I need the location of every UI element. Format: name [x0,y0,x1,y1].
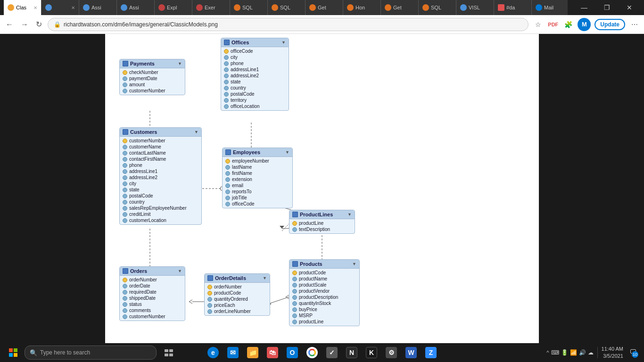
extensions-icon[interactable]: 🧩 [562,19,574,30]
field-email: email [223,182,292,189]
field-shippedDate: shippedDate [120,295,185,301]
field-icon [123,290,127,295]
tab-expl[interactable]: Expl [155,0,192,15]
tab-hon[interactable]: Hon [343,0,381,15]
field-officeLocation: officeLocation [221,103,289,109]
field-icon [224,98,229,103]
search-bar[interactable]: 🔍 Type here to search [25,346,157,360]
taskbar-mail[interactable]: ✉ [223,343,242,362]
field-icon [224,104,229,109]
tab-exer[interactable]: Exer [192,0,230,15]
refresh-btn[interactable]: ↻ [34,18,44,31]
taskbar-k[interactable]: K [362,343,381,362]
profile-icon[interactable]: M [578,18,591,31]
tab-close[interactable]: ✕ [33,5,37,10]
tab-mail[interactable]: Mail [532,0,568,15]
tab-get1[interactable]: Get [305,0,343,15]
orders-table: Orders ▼ orderNumber orderDate requiredD… [119,266,185,321]
field-status: status [120,301,185,307]
tab-sql3[interactable]: SQL [419,0,456,15]
back-btn[interactable]: ← [4,18,15,31]
minimize-btn[interactable]: — [573,0,595,15]
start-button[interactable] [4,343,23,362]
customers-dropdown[interactable]: ▼ [194,130,198,134]
svg-line-23 [286,297,289,299]
tab-visl[interactable]: VISL [456,0,494,15]
tab-clas[interactable]: Clas ✕ [4,0,41,15]
tab-assi1[interactable]: Assi [79,0,117,15]
windows-logo [9,348,17,357]
orders-body: orderNumber orderDate requiredDate shipp… [120,276,185,321]
field-icon [123,82,127,87]
field-icon [225,165,230,170]
bookmark-icon[interactable]: ☆ [532,19,544,30]
taskbar-outlook[interactable]: O [283,343,302,362]
tab-sql1[interactable]: SQL [230,0,268,15]
orderdetails-title: OrderDetails [215,275,246,281]
field-country: country [221,85,289,91]
field-icon [123,181,127,186]
employees-dropdown[interactable]: ▼ [285,150,289,155]
field-city: city [120,181,201,187]
products-table: Products ▼ productCode productName produ… [289,259,360,326]
window-controls: — ❐ ✕ [573,0,640,15]
field-icon [123,89,127,93]
orders-dropdown[interactable]: ▼ [178,269,182,273]
tab-assi2[interactable]: Assi [117,0,155,15]
taskview-btn[interactable] [160,343,179,362]
products-dropdown[interactable]: ▼ [352,262,356,266]
close-btn[interactable]: ✕ [619,0,640,15]
svg-line-22 [286,295,289,297]
taskbar-store[interactable]: 🛍 [263,343,282,362]
taskbar-edge[interactable]: e [204,343,223,362]
field-icon [123,76,127,81]
tab-2[interactable]: ✕ [41,0,79,15]
pk-icon [207,285,212,289]
tab-da[interactable]: #da [494,0,532,15]
time: 11:40 AM [602,346,623,353]
taskbar-zoom[interactable]: Z [421,343,440,362]
field-icon [292,307,297,312]
pk-icon [225,159,230,164]
clock[interactable]: 11:40 AM 3/5/2021 [602,346,623,360]
taskbar-files[interactable]: 📁 [243,343,262,362]
offices-dropdown[interactable]: ▼ [281,40,286,45]
offices-header: Offices ▼ [221,38,289,47]
forward-btn[interactable]: → [19,18,30,31]
field-postalCode: postalCode [120,193,201,199]
taskbar-settings[interactable]: ⚙ [382,343,401,362]
field-contactLastName: contactLastName [120,150,201,156]
url-box[interactable]: 🔒 richardtwatson.com/dm6e/images/general… [48,18,528,31]
search-icon: 🔍 [30,349,37,356]
taskbar-vpn[interactable]: N [342,343,361,362]
taskbar-word[interactable]: W [402,343,421,362]
maximize-btn[interactable]: ❐ [596,0,618,15]
taskbar-tasks[interactable]: ✓ [322,343,341,362]
field-requiredDate: requiredDate [120,289,185,295]
field-icon [292,289,297,294]
field-productCode-pk: productCode [289,270,359,276]
field-icon [123,308,127,313]
date: 3/5/2021 [602,353,623,360]
tab-sql2[interactable]: SQL [268,0,305,15]
chevron-icon[interactable]: ^ [546,350,549,355]
settings-menu-icon[interactable]: ⋯ [629,19,640,30]
address-bar: ← → ↻ 🔒 richardtwatson.com/dm6e/images/g… [0,15,644,34]
payments-dropdown[interactable]: ▼ [178,61,182,66]
tab-get2[interactable]: Get [381,0,419,15]
update-button[interactable]: Update [594,19,625,30]
taskbar-chrome[interactable] [303,343,322,362]
notification-btn[interactable]: 🗨 10 [626,346,640,360]
productlines-dropdown[interactable]: ▼ [347,212,352,217]
tab-close-2[interactable]: ✕ [71,5,75,10]
field-icon [123,188,127,192]
field-city: city [221,54,289,60]
field-productScale: productScale [289,282,359,288]
field-amount: amount [120,82,185,88]
field-orderNumber-fk: orderNumber [205,284,270,290]
pk-icon [123,278,127,282]
orderdetails-dropdown[interactable]: ▼ [263,276,267,280]
pdf-icon[interactable]: PDF [547,19,559,30]
field-icon [224,80,229,84]
field-territory: territory [221,97,289,103]
